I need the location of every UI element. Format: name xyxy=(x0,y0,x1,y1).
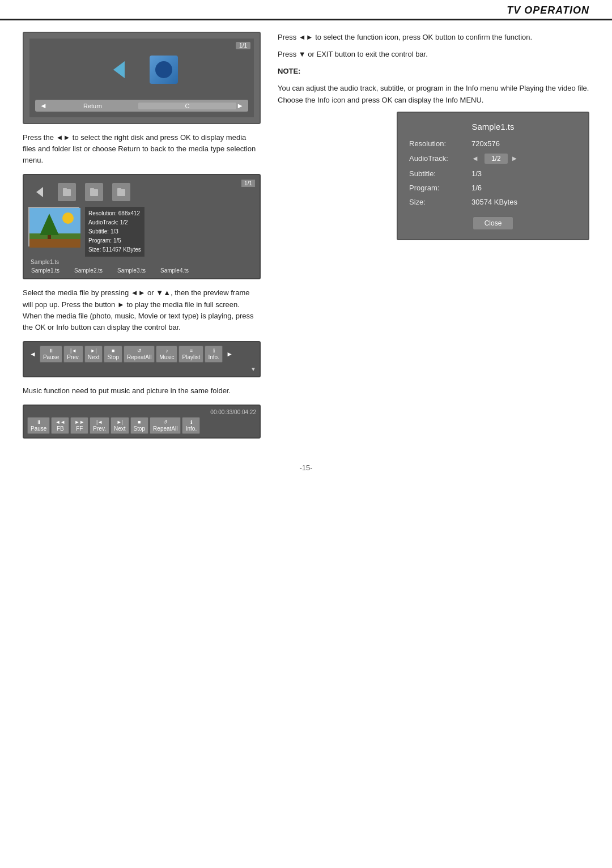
music-button[interactable]: ♪ Music xyxy=(156,346,177,363)
vid-info-button[interactable]: ℹ Info. xyxy=(182,417,200,434)
vid-ff-button[interactable]: ►► FF xyxy=(70,417,88,434)
para-func-icon: Press ◄► to select the function icon, pr… xyxy=(278,32,589,43)
back-icon-item xyxy=(105,56,133,83)
nav-return-label: Return xyxy=(47,103,138,109)
info-line-5: Size: 511457 KBytes xyxy=(88,245,141,254)
note-bold-text: NOTE: xyxy=(278,67,300,75)
vid-stop-icon: ■ xyxy=(138,419,141,425)
size-val: 30574 KBytes xyxy=(471,198,517,206)
subtitle-val: 1/3 xyxy=(471,169,482,178)
info-line-1: Resolution: 688x412 xyxy=(88,209,141,218)
vid-stop-button[interactable]: ■ Stop xyxy=(130,417,149,434)
info-row-resolution: Resolution: 720x576 xyxy=(409,139,577,148)
audiotrack-left-arrow[interactable]: ◄ xyxy=(471,154,479,163)
video-ctrl-inner: ⏸ Pause ◄◄ FB ►► FF |◄ Prev. ►| Next xyxy=(27,417,256,434)
nav-right-arrow[interactable] xyxy=(236,101,244,110)
disk-browser-box: 1/1 xyxy=(23,32,261,124)
vid-next-button[interactable]: ►| Next xyxy=(110,417,129,434)
playlist-button[interactable]: ≡ Playlist xyxy=(178,346,203,363)
music-label: Music xyxy=(159,354,174,360)
preview-image xyxy=(28,207,79,246)
nav-left-arrow[interactable] xyxy=(40,101,47,110)
page-title: TV OPERATION xyxy=(507,5,589,16)
resolution-key: Resolution: xyxy=(409,139,471,148)
next-button[interactable]: ►| Next xyxy=(84,346,103,363)
vid-info-label: Info. xyxy=(186,426,197,432)
prev-button[interactable]: |◄ Prev. xyxy=(63,346,83,363)
file-icon-1 xyxy=(58,183,76,201)
file-label-4: Sample4.ts xyxy=(158,267,192,274)
playlist-icon: ≡ xyxy=(190,348,193,354)
vid-ff-icon: ►► xyxy=(74,419,84,425)
control-bar-box: ◄ ⏸ Pause |◄ Prev. ►| Next ■ Stop xyxy=(23,341,261,377)
disk-counter: 1/1 xyxy=(236,42,250,49)
note-text: You can adjust the audio track, subtitle… xyxy=(278,83,589,105)
pause-button[interactable]: ⏸ Pause xyxy=(40,346,62,363)
size-key: Size: xyxy=(409,198,471,206)
svg-rect-5 xyxy=(90,188,94,190)
svg-marker-0 xyxy=(113,61,125,78)
vid-pause-button[interactable]: ⏸ Pause xyxy=(27,417,50,434)
info-label: Info. xyxy=(208,354,219,360)
vid-fb-label: FB xyxy=(57,426,64,432)
info-row-subtitle: Subtitle: 1/3 xyxy=(409,169,577,178)
next-icon: ►| xyxy=(91,348,97,354)
file-info-box: Resolution: 688x412 AudioTrack: 1/2 Subt… xyxy=(85,207,144,257)
vid-ff-label: FF xyxy=(76,426,83,432)
vid-next-label: Next xyxy=(114,426,126,432)
file-icon-3 xyxy=(112,183,130,201)
info-row-audiotrack: AudioTrack: ◄ 1/2 ► xyxy=(409,154,577,164)
info-panel-title: Sample1.ts xyxy=(409,122,577,131)
vid-info-icon: ℹ xyxy=(190,419,192,425)
file-counter: 1/1 xyxy=(241,180,255,187)
para-exit: Press ▼ or EXIT button to exit the contr… xyxy=(278,49,589,60)
svg-point-13 xyxy=(62,212,74,224)
note-label: NOTE: xyxy=(278,66,589,77)
info-button[interactable]: ℹ Info. xyxy=(205,346,223,363)
vid-fb-button[interactable]: ◄◄ FB xyxy=(51,417,69,434)
info-row-program: Program: 1/6 xyxy=(409,184,577,192)
next-label: Next xyxy=(88,354,100,360)
page-header: TV OPERATION xyxy=(0,0,612,20)
vid-fb-icon: ◄◄ xyxy=(55,419,65,425)
file-main-preview: Resolution: 688x412 AudioTrack: 1/2 Subt… xyxy=(28,207,255,257)
prev-label: Prev. xyxy=(67,354,80,360)
playlist-label: Playlist xyxy=(182,354,200,360)
ctrl-left-arrow[interactable]: ◄ xyxy=(27,349,39,359)
right-column: Press ◄► to select the function icon, pr… xyxy=(278,32,589,446)
audiotrack-val: 1/2 xyxy=(484,154,508,164)
file-label-2: Sample2.ts xyxy=(71,267,105,274)
file-labels-row: Sample1.ts Sample2.ts Sample3.ts Sample4… xyxy=(28,267,255,274)
pause-icon: ⏸ xyxy=(49,348,54,354)
video-control-bar-box: 00:00:33/00:04:22 ⏸ Pause ◄◄ FB ►► FF |◄… xyxy=(23,405,261,439)
ctrl-right-arrow[interactable]: ► xyxy=(224,349,235,359)
stop-button[interactable]: ■ Stop xyxy=(104,346,122,363)
repeat-all-button[interactable]: ↺ RepeatAll xyxy=(124,346,155,363)
vid-next-icon: ►| xyxy=(117,419,123,425)
info-line-3: Subtitle: 1/3 xyxy=(88,227,141,236)
nav-c-label: C xyxy=(138,103,236,109)
main-content: 1/1 xyxy=(0,20,612,458)
para-media-select: Select the media file by pressing ◄► or … xyxy=(23,287,261,333)
close-button[interactable]: Close xyxy=(473,216,514,230)
vid-stop-label: Stop xyxy=(134,426,146,432)
control-bar-inner: ◄ ⏸ Pause |◄ Prev. ►| Next ■ Stop xyxy=(27,346,256,363)
disk-icons-row xyxy=(35,44,248,95)
hdd-inner xyxy=(155,61,172,78)
ctrl-down-arrow-container: ▼ xyxy=(27,364,256,373)
stop-icon: ■ xyxy=(112,348,114,354)
vid-repeat-button[interactable]: ↺ RepeatAll xyxy=(150,417,181,434)
hdd-icon xyxy=(150,56,178,84)
back-arrow-icon xyxy=(105,56,133,83)
info-icon: ℹ xyxy=(213,348,215,354)
vid-prev-button[interactable]: |◄ Prev. xyxy=(90,417,109,434)
vid-pause-label: Pause xyxy=(31,426,46,432)
program-key: Program: xyxy=(409,184,471,192)
file-label-1: Sample1.ts xyxy=(28,267,62,274)
info-line-4: Program: 1/5 xyxy=(88,236,141,245)
ctrl-down-arrow-icon: ▼ xyxy=(250,366,256,372)
video-timestamp: 00:00:33/00:04:22 xyxy=(27,409,256,415)
svg-rect-10 xyxy=(29,239,80,248)
audiotrack-right-arrow[interactable]: ► xyxy=(511,154,518,163)
file-icon-2 xyxy=(85,183,103,201)
